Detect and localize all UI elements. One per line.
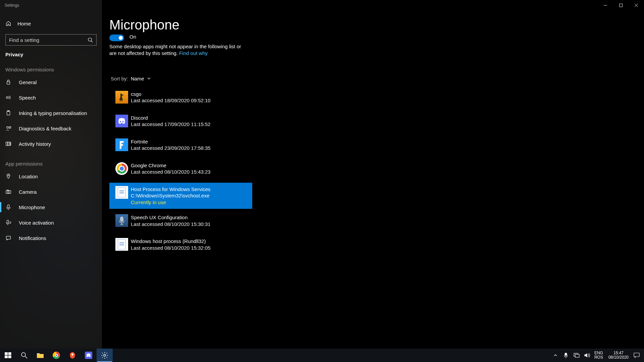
app-item-fortnite[interactable]: Fortnite Last accessed 23/09/2020 17:58:…: [109, 135, 252, 155]
sidebar-item-voice-activation[interactable]: Voice activation: [0, 215, 102, 230]
app-name: Host Process for Windows Services: [131, 186, 211, 193]
activity-icon: [5, 141, 11, 147]
language-indicator[interactable]: ENG ROS: [594, 351, 603, 360]
sidebar-item-activity[interactable]: Activity history: [0, 136, 102, 152]
tray-microphone-icon[interactable]: [562, 353, 570, 358]
clipboard-icon: [5, 110, 11, 116]
tray-volume-icon[interactable]: [584, 353, 591, 358]
svg-point-4: [88, 38, 92, 41]
app-last-accessed: Last accessed 18/09/2020 09:52:10: [131, 97, 211, 104]
taskbar: ENG ROS 15:47 08/10/2020: [0, 349, 644, 362]
svg-rect-12: [8, 142, 10, 146]
taskbar-search-button[interactable]: [16, 349, 32, 362]
page-title: Microphone: [109, 17, 644, 33]
svg-rect-23: [5, 352, 8, 355]
home-icon: [5, 20, 11, 26]
svg-rect-6: [7, 82, 10, 84]
sidebar-item-diagnostics[interactable]: Diagnostics & feedback: [0, 121, 102, 136]
sidebar-item-label: Diagnostics & feedback: [19, 126, 71, 131]
voice-icon: [5, 220, 11, 226]
sidebar-group-app-permissions: App permissions: [0, 152, 102, 169]
svg-rect-32: [575, 354, 579, 357]
sidebar-item-label: Activity history: [19, 141, 51, 147]
app-item-rundll32[interactable]: Windows host process (Rundll32) Last acc…: [109, 235, 252, 254]
window-controls: [598, 0, 644, 11]
clock-date: 08/10/2020: [608, 355, 629, 360]
sidebar-item-general[interactable]: General: [0, 74, 102, 90]
taskbar-explorer-button[interactable]: [32, 349, 48, 362]
toggle-state-label: On: [129, 34, 136, 40]
sidebar-item-location[interactable]: Location: [0, 169, 102, 184]
sidebar-item-inking[interactable]: Inking & typing personalisation: [0, 105, 102, 121]
svg-rect-19: [7, 205, 9, 208]
search-input[interactable]: [9, 37, 88, 43]
close-button[interactable]: [629, 0, 644, 11]
sort-value[interactable]: Name: [131, 76, 151, 81]
tray-overflow-button[interactable]: [552, 353, 559, 357]
app-icon: [115, 162, 128, 175]
app-icon: [115, 238, 128, 251]
sidebar-item-label: Voice activation: [19, 220, 54, 226]
app-item-csgo[interactable]: csgo Last accessed 18/09/2020 09:52:10: [109, 87, 252, 107]
app-item-chrome[interactable]: Google Chrome Last accessed 08/10/2020 1…: [109, 159, 252, 179]
app-list: csgo Last accessed 18/09/2020 09:52:10 D…: [109, 87, 252, 255]
sort-label: Sort by:: [111, 76, 128, 81]
app-last-accessed: Last accessed 08/10/2020 15:43:23: [131, 169, 211, 175]
speech-icon: [5, 95, 11, 101]
sidebar-item-microphone[interactable]: Microphone: [0, 199, 102, 215]
app-icon: [115, 138, 128, 151]
search-box[interactable]: [5, 34, 97, 46]
app-name: Windows host process (Rundll32): [131, 238, 211, 245]
desktop-apps-toggle[interactable]: [109, 35, 124, 41]
sort-row[interactable]: Sort by: Name: [111, 76, 644, 81]
svg-rect-30: [565, 353, 567, 356]
chevron-down-icon: [147, 76, 151, 80]
taskbar-brave-button[interactable]: [64, 349, 80, 362]
app-item-speech-ux[interactable]: Speech UX Configuration Last accessed 08…: [109, 211, 252, 231]
sidebar-home-label: Home: [17, 21, 31, 26]
svg-line-5: [91, 41, 93, 42]
svg-rect-20: [7, 220, 9, 223]
app-item-svchost[interactable]: Host Process for Windows Services C:\Win…: [109, 183, 252, 209]
sidebar-item-label: Speech: [19, 95, 36, 101]
app-name: Speech UX Configuration: [131, 214, 211, 221]
taskbar-discord-button[interactable]: [80, 349, 97, 362]
app-name: csgo: [131, 91, 211, 98]
sidebar-item-camera[interactable]: Camera: [0, 184, 102, 199]
app-item-discord[interactable]: Discord Last accessed 17/09/2020 11:15:5…: [109, 111, 252, 131]
sidebar-item-label: Microphone: [19, 204, 45, 210]
sidebar-item-notifications[interactable]: Notifications: [0, 230, 102, 246]
app-name: Discord: [131, 115, 211, 121]
sidebar-item-label: General: [19, 79, 37, 85]
find-out-why-link[interactable]: Find out why: [179, 50, 208, 56]
app-last-accessed: Last accessed 23/09/2020 17:58:35: [131, 145, 211, 152]
description-part: Some desktop apps might not appear in th…: [109, 44, 241, 56]
svg-rect-22: [120, 217, 123, 222]
taskbar-chrome-button[interactable]: [48, 349, 64, 362]
sidebar-item-label: Notifications: [19, 235, 46, 241]
svg-rect-24: [8, 352, 11, 355]
action-center-button[interactable]: [632, 353, 641, 358]
sort-value-text: Name: [131, 76, 144, 81]
minimize-button[interactable]: [598, 0, 613, 11]
app-name: Fortnite: [131, 138, 211, 145]
svg-point-27: [21, 353, 25, 357]
app-icon: [115, 115, 128, 127]
camera-icon: [5, 189, 11, 195]
tray-network-icon[interactable]: [573, 353, 580, 358]
start-button[interactable]: [0, 349, 16, 362]
feedback-icon: [5, 125, 11, 131]
maximize-button[interactable]: [613, 0, 629, 11]
taskbar-settings-button[interactable]: [97, 349, 113, 362]
svg-rect-11: [6, 142, 8, 146]
app-last-accessed: Last accessed 17/09/2020 11:15:52: [131, 121, 211, 128]
sidebar-home[interactable]: Home: [0, 15, 102, 32]
sidebar-item-speech[interactable]: Speech: [0, 90, 102, 105]
app-path: C:\Windows\System32\svchost.exe: [131, 192, 211, 199]
clock[interactable]: 15:47 08/10/2020: [608, 351, 629, 360]
app-last-accessed: Last accessed 08/10/2020 15:30:31: [131, 221, 211, 228]
svg-point-10: [7, 127, 8, 128]
notifications-icon: [5, 235, 11, 241]
lock-icon: [5, 79, 11, 85]
sidebar-item-label: Camera: [19, 189, 37, 195]
